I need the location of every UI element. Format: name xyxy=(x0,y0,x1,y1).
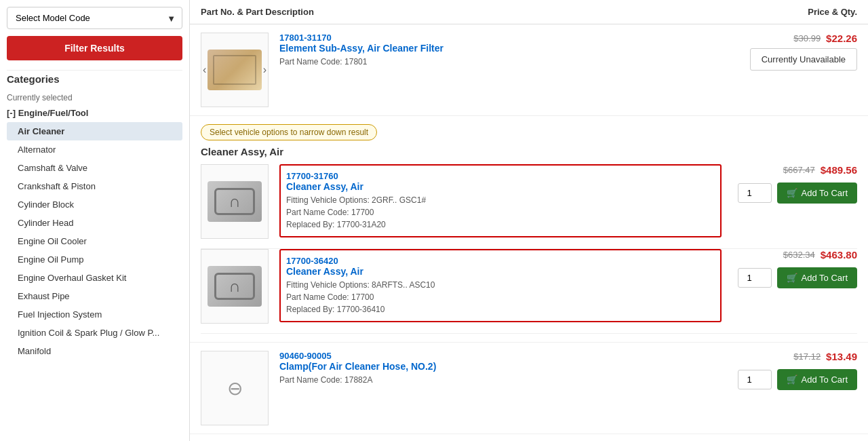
price-qty-2: $667.47 $489.56 🛒 Add To Cart xyxy=(722,164,857,204)
product-image-2 xyxy=(201,164,269,239)
sidebar-item-air-cleaner[interactable]: Air Cleaner xyxy=(7,122,182,140)
section-title-cleaner: Cleaner Assy, Air xyxy=(201,146,857,157)
sidebar-item-exhaust-pipe[interactable]: Exhaust Pipe xyxy=(7,287,182,305)
product-part-code-2: Part Name Code: 17700 xyxy=(286,208,374,217)
price-row-1: $30.99 $22.26 xyxy=(793,33,857,44)
sidebar-item-engine-oil-pump[interactable]: Engine Oil Pump xyxy=(7,250,182,269)
image-next-arrow[interactable]: › xyxy=(263,64,267,76)
product-part-number-4[interactable]: 90460-90005 xyxy=(279,351,332,361)
price-row-2: $667.47 $489.56 xyxy=(783,164,857,176)
sidebar-item-camshaft-valve[interactable]: Camshaft & Valve xyxy=(7,159,182,177)
product-replaced-by-3: Replaced By: 17700-36410 xyxy=(286,305,384,314)
price-original-3: $632.34 xyxy=(783,250,815,260)
quantity-input-4[interactable] xyxy=(738,370,772,389)
sidebar-item-cylinder-head[interactable]: Cylinder Head xyxy=(7,214,182,232)
product-section-cleaner: Select vehicle options to narrow down re… xyxy=(190,116,868,342)
product-row-4: ⊖ 90460-90005 Clamp(For Air Cleaner Hose… xyxy=(190,342,868,434)
price-original-1: $30.99 xyxy=(793,33,821,43)
price-original-2: $667.47 xyxy=(783,165,815,175)
price-original-4: $17.12 xyxy=(793,351,821,362)
product-part-code-3: Part Name Code: 17700 xyxy=(286,292,374,302)
product-name-1: Element Sub-Assy, Air Cleaner Filter xyxy=(279,43,722,54)
product-replaced-by-2: Replaced By: 17700-31A20 xyxy=(286,220,386,229)
narrow-down-notice: Select vehicle options to narrow down re… xyxy=(201,124,377,140)
product-part-code-4: Part Name Code: 17882A xyxy=(279,374,722,386)
main-content: Part No. & Part Description Price & Qty.… xyxy=(190,0,868,441)
product-name-3: Cleaner Assy, Air xyxy=(286,266,715,277)
qty-cart-row-3: 🛒 Add To Cart xyxy=(738,263,857,288)
image-prev-arrow[interactable]: ‹ xyxy=(203,64,206,76)
product-info-4: 90460-90005 Clamp(For Air Cleaner Hose, … xyxy=(279,351,722,386)
collapse-icon: [-] xyxy=(7,108,16,118)
product-image-1: ‹ › xyxy=(201,33,269,107)
product-fitting-2: Fitting Vehicle Options: 2GRF.. GSC1# xyxy=(286,195,426,205)
model-code-select[interactable]: Select Model Code xyxy=(7,7,182,29)
product-info-3-highlighted: 17700-36420 Cleaner Assy, Air Fitting Ve… xyxy=(279,249,722,322)
clamp-image: ⊖ xyxy=(208,368,262,408)
filter-results-button[interactable]: Filter Results xyxy=(7,36,182,60)
product-part-number-3[interactable]: 17700-36420 xyxy=(286,256,338,266)
product-details-2: Fitting Vehicle Options: 2GRF.. GSC1# Pa… xyxy=(286,194,715,231)
cart-icon-2: 🛒 xyxy=(787,188,797,198)
price-qty-3: $632.34 $463.80 🛒 Add To Cart xyxy=(722,249,857,288)
category-header-label: Engine/Fuel/Tool xyxy=(18,108,89,118)
add-to-cart-button-3[interactable]: 🛒 Add To Cart xyxy=(777,267,857,288)
add-to-cart-button-2[interactable]: 🛒 Add To Cart xyxy=(777,183,857,204)
price-qty-header: Price & Qty. xyxy=(808,7,857,17)
cleaner-assy-image-2 xyxy=(208,266,262,307)
product-row-3: 17700-36420 Cleaner Assy, Air Fitting Ve… xyxy=(201,249,857,334)
qty-cart-row-2: 🛒 Add To Cart xyxy=(738,178,857,204)
product-image-4: ⊖ xyxy=(201,351,269,425)
add-to-cart-label-2: Add To Cart xyxy=(802,188,848,198)
price-qty-1: $30.99 $22.26 Currently Unavailable xyxy=(722,33,857,71)
qty-cart-row-4: 🛒 Add To Cart xyxy=(738,365,857,390)
sidebar-item-alternator[interactable]: Alternator xyxy=(7,140,182,159)
price-qty-4: $17.12 $13.49 🛒 Add To Cart xyxy=(722,351,857,390)
currently-selected-label: Currently selected xyxy=(7,89,182,102)
sidebar-item-crankshaft-piston[interactable]: Crankshaft & Piston xyxy=(7,177,182,195)
sidebar-item-cylinder-block[interactable]: Cylinder Block xyxy=(7,195,182,214)
price-row-3: $632.34 $463.80 xyxy=(783,249,857,261)
main-header: Part No. & Part Description Price & Qty. xyxy=(190,0,868,24)
quantity-input-2[interactable] xyxy=(738,183,772,203)
model-code-select-wrapper: Select Model Code ▼ xyxy=(7,7,182,29)
air-filter-image xyxy=(208,50,262,90)
price-sale-1: $22.26 xyxy=(826,33,857,44)
product-info-2-highlighted: 17700-31760 Cleaner Assy, Air Fitting Ve… xyxy=(279,164,722,237)
cleaner-assy-image-1 xyxy=(208,181,262,222)
currently-unavailable-button[interactable]: Currently Unavailable xyxy=(750,48,857,71)
add-to-cart-label-3: Add To Cart xyxy=(802,273,848,283)
cart-icon-3: 🛒 xyxy=(787,273,797,283)
category-header[interactable]: [-] Engine/Fuel/Tool xyxy=(7,105,182,121)
product-fitting-3: Fitting Vehicle Options: 8ARFTS.. ASC10 xyxy=(286,280,435,290)
product-row-2: 17700-31760 Cleaner Assy, Air Fitting Ve… xyxy=(201,164,857,249)
price-sale-4: $13.49 xyxy=(826,351,857,362)
sidebar-item-engine-overhaul-gasket[interactable]: Engine Overhaul Gasket Kit xyxy=(7,269,182,287)
product-info-1: 17801-31170 Element Sub-Assy, Air Cleane… xyxy=(279,33,722,68)
sidebar-item-engine-oil-cooler[interactable]: Engine Oil Cooler xyxy=(7,232,182,250)
add-to-cart-button-4[interactable]: 🛒 Add To Cart xyxy=(777,369,857,390)
part-description-header: Part No. & Part Description xyxy=(201,7,314,17)
price-row-4: $17.12 $13.49 xyxy=(793,351,857,362)
product-name-2: Cleaner Assy, Air xyxy=(286,181,715,192)
product-name-4: Clamp(For Air Cleaner Hose, NO.2) xyxy=(279,361,722,372)
add-to-cart-label-4: Add To Cart xyxy=(802,375,848,385)
categories-title: Categories xyxy=(7,70,182,85)
cart-icon-4: 🛒 xyxy=(787,375,797,385)
sidebar: Select Model Code ▼ Filter Results Categ… xyxy=(0,0,190,441)
category-list: Air Cleaner Alternator Camshaft & Valve … xyxy=(7,122,182,360)
price-sale-3: $463.80 xyxy=(821,249,857,261)
sidebar-item-ignition-coil[interactable]: Ignition Coil & Spark Plug / Glow P... xyxy=(7,324,182,342)
product-row-1: ‹ › 17801-31170 Element Sub-Assy, Air Cl… xyxy=(190,24,868,116)
sidebar-item-fuel-injection[interactable]: Fuel Injection System xyxy=(7,305,182,324)
product-part-number-2[interactable]: 17700-31760 xyxy=(286,171,338,181)
product-details-3: Fitting Vehicle Options: 8ARFTS.. ASC10 … xyxy=(286,279,715,315)
sidebar-item-manifold[interactable]: Manifold xyxy=(7,342,182,360)
product-image-3 xyxy=(201,249,269,324)
product-part-code-1: Part Name Code: 17801 xyxy=(279,56,722,68)
quantity-input-3[interactable] xyxy=(738,268,772,288)
product-part-number-1[interactable]: 17801-31170 xyxy=(279,33,332,43)
price-sale-2: $489.56 xyxy=(821,164,857,176)
